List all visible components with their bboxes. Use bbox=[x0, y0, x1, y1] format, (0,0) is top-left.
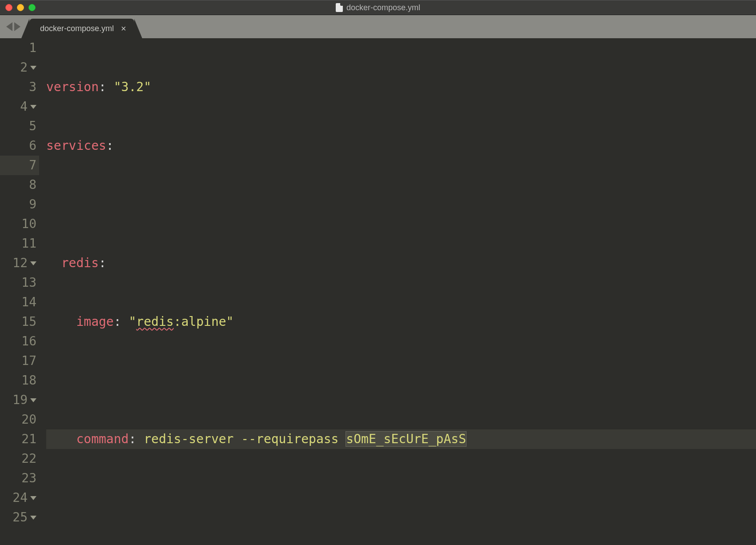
nav-forward-icon[interactable] bbox=[14, 22, 20, 31]
line-number: 25 bbox=[0, 508, 39, 527]
tab-close-icon[interactable]: × bbox=[121, 24, 126, 33]
editor[interactable]: 1 2 3 4 5 6 7 8 9 10 11 12 13 14 15 16 1… bbox=[0, 38, 756, 545]
line-number: 4 bbox=[0, 97, 39, 116]
line-number: 18 bbox=[0, 371, 39, 390]
line-number: 5 bbox=[0, 116, 39, 136]
tab-history-nav bbox=[6, 22, 20, 31]
line-number: 3 bbox=[0, 77, 39, 97]
line-number: 14 bbox=[0, 293, 39, 312]
code-line-active[interactable]: command: redis-server --requirepass sOmE… bbox=[46, 429, 756, 449]
selection: sOmE_sEcUrE_pAsS bbox=[346, 432, 466, 446]
line-number: 7 bbox=[0, 156, 39, 175]
tab-label: docker-compose.yml bbox=[40, 24, 114, 33]
line-number: 11 bbox=[0, 234, 39, 253]
tab-active[interactable]: docker-compose.yml × bbox=[29, 19, 134, 38]
code-line[interactable] bbox=[46, 195, 756, 214]
line-number: 2 bbox=[0, 58, 39, 77]
line-number: 8 bbox=[0, 175, 39, 195]
line-number: 21 bbox=[0, 429, 39, 449]
gutter: 1 2 3 4 5 6 7 8 9 10 11 12 13 14 15 16 1… bbox=[0, 38, 43, 545]
line-number: 12 bbox=[0, 253, 39, 273]
code-line[interactable] bbox=[46, 371, 756, 390]
tab-bar: docker-compose.yml × bbox=[0, 15, 756, 38]
window-title-text: docker-compose.yml bbox=[346, 3, 420, 12]
line-number: 24 bbox=[0, 488, 39, 508]
fold-icon[interactable] bbox=[30, 261, 36, 265]
code-line[interactable]: services: bbox=[46, 136, 756, 156]
spellcheck-squiggle: redis bbox=[136, 314, 173, 329]
window-title: docker-compose.yml bbox=[336, 3, 420, 12]
fold-icon[interactable] bbox=[30, 398, 36, 402]
traffic-lights bbox=[5, 4, 36, 11]
minimize-window-button[interactable] bbox=[17, 4, 24, 11]
file-icon bbox=[336, 3, 343, 12]
fold-icon[interactable] bbox=[30, 66, 36, 70]
code-line[interactable]: version: "3.2" bbox=[46, 77, 756, 97]
window-titlebar: docker-compose.yml bbox=[0, 0, 756, 15]
fold-icon[interactable] bbox=[30, 105, 36, 109]
nav-back-icon[interactable] bbox=[6, 22, 12, 31]
line-number: 10 bbox=[0, 214, 39, 234]
code-line[interactable] bbox=[46, 488, 756, 508]
line-number: 20 bbox=[0, 410, 39, 429]
close-window-button[interactable] bbox=[5, 4, 12, 11]
code-line[interactable]: image: "redis:alpine" bbox=[46, 312, 756, 332]
line-number: 16 bbox=[0, 332, 39, 351]
line-number: 15 bbox=[0, 312, 39, 332]
code-line[interactable]: redis: bbox=[46, 253, 756, 273]
fold-icon[interactable] bbox=[30, 496, 36, 500]
line-number: 23 bbox=[0, 469, 39, 488]
line-number: 1 bbox=[0, 38, 39, 58]
line-number: 9 bbox=[0, 195, 39, 214]
code-area[interactable]: version: "3.2" services: redis: image: "… bbox=[43, 38, 756, 545]
line-number: 22 bbox=[0, 449, 39, 469]
line-number: 6 bbox=[0, 136, 39, 156]
line-number: 17 bbox=[0, 351, 39, 371]
line-number: 13 bbox=[0, 273, 39, 293]
maximize-window-button[interactable] bbox=[28, 4, 36, 11]
line-number: 19 bbox=[0, 390, 39, 410]
fold-icon[interactable] bbox=[30, 516, 36, 520]
